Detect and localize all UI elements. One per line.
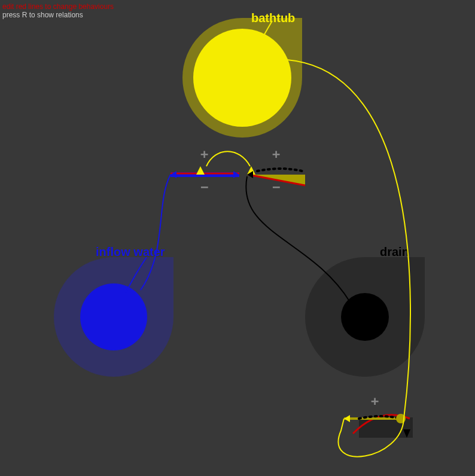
hints: edit red lines to change behaviours pres… [2,2,114,19]
plus-icon: + [371,393,379,408]
link-widgets[interactable] [206,151,250,166]
inflow-node[interactable] [80,283,147,350]
bathtub-label: bathtub [251,11,295,25]
plus-icon: + [272,147,280,161]
hint-edit: edit red lines to change behaviours [2,2,114,11]
diagram-canvas[interactable]: bathtub inflow water drain + − + − + [0,0,475,476]
drain-label: drain [380,245,409,258]
inflow-label: inflow water [96,245,165,258]
svg-marker-4 [233,171,239,178]
q-plot-right[interactable]: + − [247,147,305,194]
q-plot-left[interactable]: + − [170,147,239,194]
svg-marker-3 [170,171,176,178]
svg-marker-2 [196,166,205,175]
minus-icon: − [272,179,280,194]
bathtub-node[interactable] [193,29,291,127]
minus-icon: − [200,179,208,194]
plus-icon: + [200,147,208,161]
hint-relations: press R to show relations [2,11,114,19]
svg-marker-12 [344,415,350,422]
q-plot-bottom[interactable]: + [344,393,413,438]
